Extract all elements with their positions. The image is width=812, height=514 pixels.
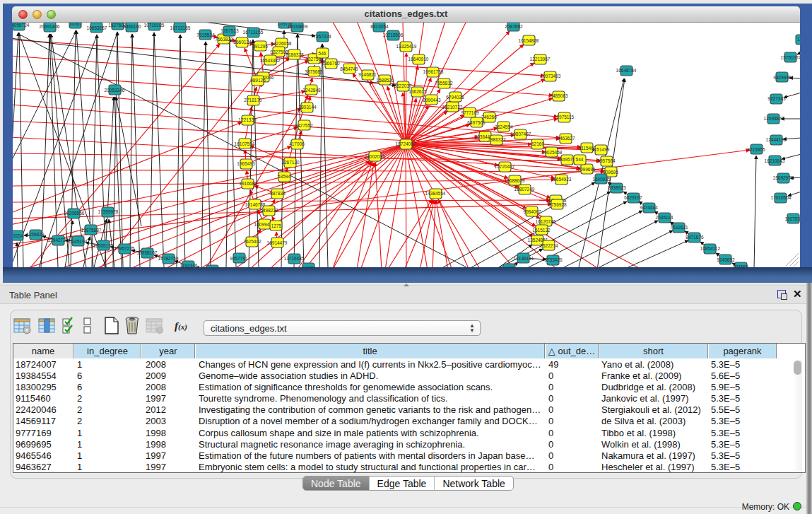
svg-text:6829197: 6829197	[624, 195, 642, 200]
svg-text:1965493: 1965493	[237, 161, 255, 166]
svg-text:7632621: 7632621	[670, 225, 688, 230]
svg-text:7955812: 7955812	[435, 81, 453, 86]
svg-text:19218506: 19218506	[383, 33, 404, 37]
svg-text:15751074: 15751074	[781, 55, 800, 60]
svg-text:8938923: 8938923	[608, 185, 626, 190]
svg-text:16120746: 16120746	[536, 219, 556, 224]
svg-text:2935114: 2935114	[656, 215, 673, 220]
svg-text:62160: 62160	[531, 141, 544, 146]
svg-text:924565: 924565	[733, 264, 748, 267]
svg-text:12505135: 12505135	[93, 243, 114, 248]
svg-text:9227343: 9227343	[767, 96, 786, 101]
svg-text:6099695: 6099695	[577, 167, 596, 172]
svg-text:9457791: 9457791	[230, 256, 248, 261]
svg-text:544: 544	[576, 157, 584, 162]
svg-text:1275: 1275	[271, 223, 282, 228]
svg-text:1192346: 1192346	[180, 263, 198, 267]
svg-text:17359928: 17359928	[98, 209, 119, 214]
svg-text:16154808: 16154808	[519, 38, 539, 43]
svg-text:12093873: 12093873	[764, 116, 784, 121]
svg-text:12444191: 12444191	[766, 137, 787, 142]
svg-text:9084067: 9084067	[523, 209, 541, 214]
svg-text:1156829: 1156829	[27, 232, 45, 237]
svg-text:20691406: 20691406	[40, 24, 60, 29]
svg-text:16210722: 16210722	[442, 105, 463, 110]
svg-text:989126: 989126	[250, 78, 266, 83]
svg-text:10719185: 10719185	[144, 23, 165, 28]
svg-text:14055724: 14055724	[13, 23, 30, 28]
svg-text:1615132: 1615132	[532, 228, 551, 233]
svg-text:14384554: 14384554	[425, 191, 446, 196]
svg-text:8322037: 8322037	[394, 83, 412, 88]
svg-text:15720407: 15720407	[495, 164, 515, 169]
svg-text:10958107: 10958107	[137, 250, 158, 255]
svg-text:10807487: 10807487	[511, 132, 531, 136]
svg-text:1640935: 1640935	[592, 177, 611, 182]
svg-text:887834: 887834	[270, 191, 286, 196]
svg-text:2087682: 2087682	[505, 24, 523, 29]
svg-text:9463627: 9463627	[557, 136, 575, 141]
svg-text:10557: 10557	[69, 23, 82, 26]
svg-text:10146788: 10146788	[245, 202, 266, 207]
svg-text:8471676: 8471676	[686, 235, 704, 240]
svg-text:10688609: 10688609	[505, 178, 525, 183]
svg-text:3875685: 3875685	[305, 69, 323, 74]
svg-text:16961758: 16961758	[423, 69, 444, 74]
svg-text:1267513: 1267513	[220, 28, 239, 33]
svg-text:1362615: 1362615	[408, 89, 427, 94]
svg-text:1588520: 1588520	[376, 78, 394, 83]
svg-text:417006: 417006	[289, 141, 305, 146]
svg-text:8660124: 8660124	[233, 40, 252, 45]
svg-text:16107554: 16107554	[235, 141, 255, 146]
svg-text:9474444: 9474444	[640, 205, 658, 210]
svg-text:13325419: 13325419	[396, 44, 417, 49]
svg-text:20053346: 20053346	[105, 88, 125, 93]
svg-text:746266: 746266	[481, 115, 497, 119]
svg-text:8186328: 8186328	[286, 52, 304, 57]
svg-text:3215955: 3215955	[747, 147, 765, 152]
svg-text:9146821: 9146821	[358, 72, 377, 77]
svg-text:1112: 1112	[797, 37, 800, 42]
svg-text:8957584: 8957584	[597, 158, 616, 163]
svg-text:10854112: 10854112	[700, 246, 721, 251]
svg-text:7663822: 7663822	[215, 37, 233, 42]
svg-text:16210643: 16210643	[765, 158, 785, 163]
svg-text:94577: 94577	[302, 266, 314, 267]
svg-text:1916682: 1916682	[239, 181, 257, 186]
svg-text:1733426: 1733426	[544, 257, 563, 262]
svg-text:10973493: 10973493	[541, 74, 561, 78]
svg-text:16640910: 16640910	[408, 57, 429, 62]
svg-text:8813054: 8813054	[370, 24, 389, 29]
svg-text:6466160: 6466160	[123, 24, 141, 29]
svg-text:8427552: 8427552	[295, 123, 313, 128]
svg-text:10653267: 10653267	[87, 25, 107, 30]
svg-text:9245652: 9245652	[717, 257, 735, 262]
svg-text:23002033: 23002033	[365, 154, 385, 159]
svg-text:6794028: 6794028	[446, 95, 464, 100]
svg-text:7515524: 7515524	[196, 33, 215, 37]
svg-text:7357224: 7357224	[313, 34, 331, 39]
svg-text:53594: 53594	[278, 174, 290, 179]
svg-text:12213967: 12213967	[530, 57, 551, 62]
svg-text:9756928: 9756928	[548, 202, 567, 207]
svg-text:18807249: 18807249	[514, 187, 535, 192]
svg-text:3267130: 3267130	[281, 160, 300, 165]
svg-text:17010504: 17010504	[771, 195, 792, 200]
svg-text:6497568: 6497568	[467, 120, 486, 125]
svg-text:546: 546	[319, 51, 326, 56]
svg-text:9329996: 9329996	[773, 75, 792, 80]
svg-text:15692971: 15692971	[773, 175, 794, 180]
svg-text:6498222: 6498222	[260, 208, 278, 213]
svg-text:7986322: 7986322	[488, 137, 506, 142]
svg-text:16543382: 16543382	[260, 58, 281, 63]
svg-text:9777169: 9777169	[461, 110, 479, 115]
svg-text:16648784: 16648784	[616, 68, 637, 73]
svg-text:2366760: 2366760	[322, 61, 340, 66]
svg-text:18724007: 18724007	[396, 141, 416, 146]
svg-text:93154: 93154	[13, 233, 23, 238]
svg-text:16713155: 16713155	[170, 25, 191, 30]
svg-text:2522214: 2522214	[540, 243, 558, 248]
svg-text:17957225: 17957225	[114, 246, 135, 251]
svg-text:1151499: 1151499	[592, 147, 610, 152]
svg-text:16033809: 16033809	[288, 24, 308, 29]
